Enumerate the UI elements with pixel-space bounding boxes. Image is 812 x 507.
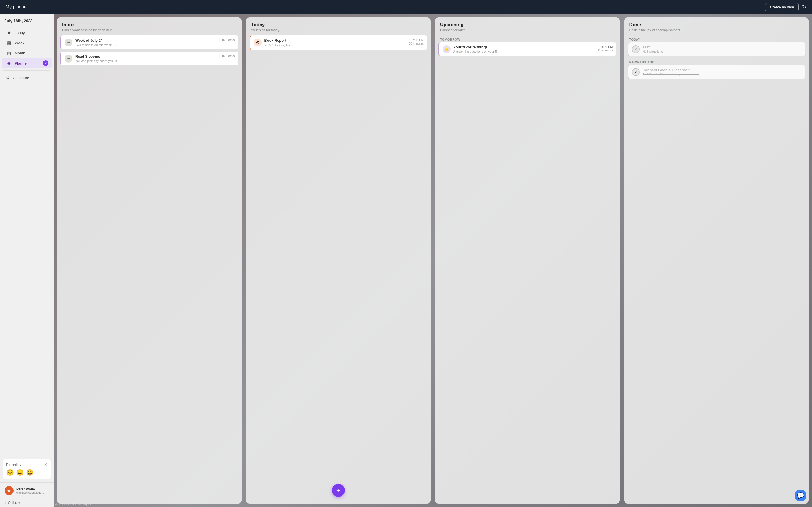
task-item[interactable]: ✓ Test No instructions bbox=[627, 42, 806, 56]
user-email: webinarstudent@ge... bbox=[16, 491, 49, 494]
gear-icon: ⚙ bbox=[6, 75, 10, 80]
user-name: Peter Wolfe bbox=[16, 487, 49, 491]
today-title: Today bbox=[251, 22, 426, 27]
content-area: Inbox Plan a work session for each item … bbox=[54, 14, 812, 507]
add-fab-button[interactable]: + bbox=[332, 484, 345, 497]
sidebar: July 18th, 2023 ★ Today ▦ Week ▤ Month ◈… bbox=[0, 14, 54, 507]
task-title: Week of July 24 bbox=[75, 38, 219, 43]
user-section: W Peter Wolfe webinarstudent@ge... bbox=[0, 483, 54, 499]
task-desc: No instructions bbox=[643, 50, 802, 53]
task-item[interactable]: ✓ Connect Google Classroom Add Google Cl… bbox=[627, 65, 806, 79]
feeling-label: I'm feeling... bbox=[6, 462, 24, 466]
done-subtitle: Bask in the joy of accomplishment! bbox=[629, 28, 804, 32]
emoji-neutral[interactable]: 😐 bbox=[16, 469, 24, 476]
create-item-button[interactable]: Create an item bbox=[765, 3, 799, 11]
photo-credit: Photo by Sora Khan on Unsplash bbox=[55, 503, 92, 506]
done-section-today: Today bbox=[627, 36, 806, 42]
sidebar-label-month: Month bbox=[15, 51, 26, 55]
sidebar-divider bbox=[3, 70, 50, 71]
task-content: Book Report ✓ 0/2 Pick my book bbox=[264, 38, 406, 47]
planner-icon: ◈ bbox=[6, 61, 12, 66]
user-info: Peter Wolfe webinarstudent@ge... bbox=[16, 487, 49, 494]
planner-badge: 2 bbox=[43, 60, 49, 66]
today-body: ⏱ Book Report ✓ 0/2 Pick my book 7:00 PM bbox=[246, 36, 431, 504]
task-icon-timer: ⏱ bbox=[254, 39, 262, 47]
topbar-actions: Create an item ↻ bbox=[765, 3, 806, 11]
main-layout: July 18th, 2023 ★ Today ▦ Week ▤ Month ◈… bbox=[0, 14, 812, 507]
task-title: Test bbox=[643, 45, 802, 49]
task-icon-pencil: ✏ bbox=[64, 39, 72, 47]
column-upcoming: Upcoming Planned for later Tomorrow ⭐ Yo… bbox=[435, 17, 620, 504]
inbox-body: ✏ Week of July 24 Two things to do this … bbox=[57, 36, 242, 504]
task-item[interactable]: ✏ Read 3 poems You can pick any poem you… bbox=[60, 52, 238, 65]
inbox-title: Inbox bbox=[62, 22, 237, 27]
today-subtitle: Your plan for today bbox=[251, 28, 426, 32]
done-body: Today ✓ Test No instructions 5 months ag… bbox=[624, 36, 809, 504]
task-duration: 45 minutes bbox=[598, 48, 613, 52]
sidebar-item-configure[interactable]: ⚙ Configure bbox=[2, 73, 52, 82]
task-meta: ✓ 0/2 Pick my book bbox=[264, 43, 406, 47]
chevron-left-icon: « bbox=[4, 501, 6, 505]
done-title: Done bbox=[629, 22, 804, 27]
column-today: Today Your plan for today ⏱ Book Report … bbox=[246, 17, 431, 504]
task-title: Your favorite things bbox=[453, 45, 595, 49]
sidebar-item-planner[interactable]: ◈ Planner 2 bbox=[2, 58, 52, 68]
task-icon-pencil: ✏ bbox=[64, 55, 72, 62]
sidebar-label-configure: Configure bbox=[13, 76, 29, 80]
done-header: Done Bask in the joy of accomplishment! bbox=[624, 17, 809, 36]
month-icon: ▤ bbox=[6, 50, 12, 55]
task-content: Connect Google Classroom Add Google Clas… bbox=[643, 68, 802, 76]
task-item[interactable]: ✏ Week of July 24 Two things to do this … bbox=[60, 36, 238, 49]
task-content: Week of July 24 Two things to do this we… bbox=[75, 38, 219, 47]
task-content: Your favorite things Answer the question… bbox=[453, 45, 595, 53]
task-right: in 3 days bbox=[222, 54, 235, 58]
task-right: 4:00 PM 45 minutes bbox=[598, 45, 613, 52]
task-duration: 30 minutes bbox=[409, 42, 424, 45]
task-title: Read 3 poems bbox=[75, 54, 219, 59]
feeling-section: I'm feeling... ✕ 😟 😐 😀 bbox=[3, 459, 51, 479]
inbox-header: Inbox Plan a work session for each item bbox=[57, 17, 242, 36]
star-icon: ★ bbox=[6, 30, 12, 35]
week-icon: ▦ bbox=[6, 40, 12, 45]
collapse-button[interactable]: « Collapse bbox=[0, 499, 54, 507]
emoji-sad[interactable]: 😟 bbox=[6, 469, 14, 476]
feeling-emojis: 😟 😐 😀 bbox=[6, 469, 47, 476]
task-item[interactable]: ⏱ Book Report ✓ 0/2 Pick my book 7:00 PM bbox=[250, 36, 427, 50]
upcoming-section-label: Tomorrow bbox=[439, 36, 616, 42]
sidebar-nav: ★ Today ▦ Week ▤ Month ◈ Planner 2 ⚙ bbox=[0, 27, 54, 456]
app-title: My planner bbox=[6, 4, 28, 10]
task-progress: 0/2 bbox=[269, 44, 273, 47]
task-desc: Two things to do this week: 1. ... bbox=[75, 43, 219, 47]
sidebar-item-month[interactable]: ▤ Month bbox=[2, 48, 52, 58]
sidebar-label-today: Today bbox=[15, 31, 25, 35]
collapse-label: Collapse bbox=[8, 501, 21, 505]
column-done: Done Bask in the joy of accomplishment! … bbox=[624, 17, 809, 504]
task-content: Test No instructions bbox=[643, 45, 802, 53]
task-right: in 3 days bbox=[222, 38, 235, 42]
feeling-close-icon[interactable]: ✕ bbox=[44, 462, 47, 467]
inbox-subtitle: Plan a work session for each item bbox=[62, 28, 237, 32]
task-item[interactable]: ⭐ Your favorite things Answer the questi… bbox=[439, 42, 616, 56]
task-title: Book Report bbox=[264, 38, 406, 43]
today-header: Today Your plan for today bbox=[246, 17, 431, 36]
task-desc: You can pick any poem you lik... bbox=[75, 59, 219, 62]
upcoming-body: Tomorrow ⭐ Your favorite things Answer t… bbox=[435, 36, 620, 504]
task-desc: Answer the questions on your 5... bbox=[453, 50, 595, 53]
done-checkmark-icon: ✓ bbox=[632, 45, 640, 53]
topbar: My planner Create an item ↻ bbox=[0, 0, 812, 14]
task-time: 4:00 PM bbox=[598, 45, 613, 48]
task-content: Read 3 poems You can pick any poem you l… bbox=[75, 54, 219, 62]
chat-button[interactable]: 💬 bbox=[795, 490, 806, 501]
emoji-happy[interactable]: 😀 bbox=[26, 469, 34, 476]
feeling-header: I'm feeling... ✕ bbox=[6, 462, 47, 467]
done-section-old: 5 months ago bbox=[627, 58, 806, 65]
columns-container: Inbox Plan a work session for each item … bbox=[54, 14, 812, 507]
task-title: Connect Google Classroom bbox=[643, 68, 802, 72]
sidebar-item-week[interactable]: ▦ Week bbox=[2, 38, 52, 48]
task-check-icon: ✓ bbox=[264, 43, 267, 47]
task-due: in 3 days bbox=[222, 54, 235, 58]
refresh-icon[interactable]: ↻ bbox=[802, 4, 806, 10]
upcoming-header: Upcoming Planned for later bbox=[435, 17, 620, 36]
sidebar-date: July 18th, 2023 bbox=[0, 18, 54, 27]
sidebar-item-today[interactable]: ★ Today bbox=[2, 27, 52, 38]
